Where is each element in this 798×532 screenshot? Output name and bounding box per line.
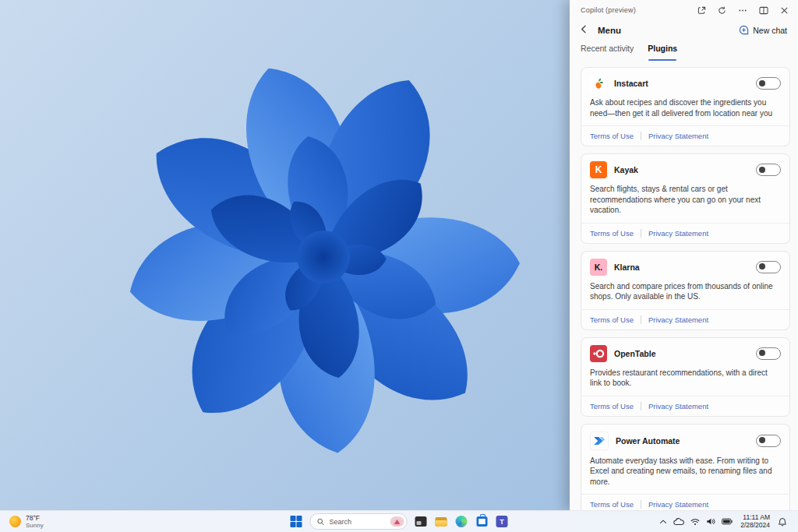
wifi-icon[interactable]: [690, 518, 700, 526]
terms-of-use-link[interactable]: Terms of Use: [590, 132, 634, 140]
search-icon: [317, 518, 325, 526]
new-chat-label: New chat: [753, 26, 787, 35]
plugin-card-instacart: Instacart Ask about recipes and discover…: [581, 67, 790, 146]
taskbar-center: Search T: [290, 513, 509, 530]
file-explorer-icon: [436, 517, 447, 527]
task-view-button[interactable]: [415, 515, 428, 528]
task-view-icon: [415, 516, 427, 527]
terms-of-use-link[interactable]: Terms of Use: [590, 500, 634, 509]
plugin-description: Search and compare prices from thousands…: [581, 278, 789, 309]
weather-widget[interactable]: 78°F Sunny: [5, 513, 48, 531]
privacy-statement-link[interactable]: Privacy Statement: [648, 229, 708, 238]
plugin-description: Search flights, stays & rental cars or g…: [581, 181, 789, 223]
file-explorer-button[interactable]: [435, 515, 448, 528]
power-automate-logo-icon: [590, 432, 609, 450]
split-view-icon[interactable]: [759, 6, 768, 15]
link-divider: [641, 132, 641, 140]
plugin-name: Kayak: [614, 165, 638, 174]
plugin-toggle[interactable]: [756, 77, 781, 90]
plugin-description: Automate everyday tasks with ease. From …: [581, 453, 789, 495]
plugin-toggle[interactable]: [756, 261, 781, 273]
edge-icon: [456, 516, 468, 527]
panel-titlebar: Copilot (preview): [570, 0, 798, 20]
copilot-panel: Copilot (preview) Menu New chat Recent a…: [570, 0, 798, 511]
plugin-toggle[interactable]: [756, 435, 781, 447]
volume-icon[interactable]: [706, 517, 715, 526]
taskbar: 78°F Sunny Search T 11:11 AM 2/28/2024: [0, 510, 798, 532]
privacy-statement-link[interactable]: Privacy Statement: [648, 315, 708, 324]
plugin-card-opentable: OpenTable Provides restaurant recommenda…: [581, 337, 790, 417]
teams-button[interactable]: T: [496, 515, 509, 528]
link-divider: [641, 402, 641, 410]
panel-header: Menu New chat: [570, 20, 798, 41]
sun-icon: [9, 516, 21, 527]
more-options-icon[interactable]: [738, 6, 747, 15]
notification-bell-icon[interactable]: [778, 517, 787, 527]
windows-logo-icon: [290, 516, 302, 528]
new-chat-icon: [739, 25, 749, 37]
new-chat-button[interactable]: New chat: [739, 25, 787, 37]
plugin-toggle[interactable]: [756, 164, 781, 176]
opentable-logo-icon: [590, 345, 607, 362]
kayak-logo-icon: K: [590, 161, 607, 178]
search-box[interactable]: Search: [310, 513, 408, 530]
tab-bar: Recent activity Plugins: [570, 41, 798, 61]
plugin-name: Instacart: [614, 79, 648, 88]
edge-button[interactable]: [455, 515, 468, 528]
instacart-carrot-icon: [590, 75, 607, 92]
plugin-card-kayak: K Kayak Search flights, stays & rental c…: [581, 153, 790, 244]
plugin-name: Power Automate: [616, 436, 680, 446]
weather-temperature: 78°F: [26, 514, 44, 522]
back-chevron-icon[interactable]: [581, 25, 590, 36]
privacy-statement-link[interactable]: Privacy Statement: [648, 132, 708, 140]
battery-icon[interactable]: [722, 518, 733, 525]
panel-title: Copilot (preview): [581, 6, 636, 14]
plugin-list: Instacart Ask about recipes and discover…: [570, 61, 798, 511]
tab-recent-activity[interactable]: Recent activity: [581, 44, 634, 61]
search-placeholder: Search: [330, 518, 386, 526]
onedrive-cloud-icon[interactable]: [673, 518, 684, 526]
terms-of-use-link[interactable]: Terms of Use: [590, 402, 634, 410]
link-divider: [641, 229, 641, 238]
microsoft-store-button[interactable]: [475, 515, 489, 528]
close-icon[interactable]: [780, 6, 789, 15]
privacy-statement-link[interactable]: Privacy Statement: [648, 402, 708, 410]
plugin-toggle[interactable]: [756, 347, 781, 360]
search-highlight-image: [390, 516, 404, 527]
start-button[interactable]: [290, 515, 303, 528]
plugin-description: Ask about recipes and discover the ingre…: [581, 94, 789, 125]
plugin-card-power-automate: Power Automate Automate everyday tasks w…: [581, 424, 790, 512]
plugin-name: OpenTable: [614, 349, 655, 358]
plugin-card-klarna: K. Klarna Search and compare prices from…: [581, 251, 790, 330]
clock-date: 2/28/2024: [740, 522, 770, 530]
link-divider: [641, 500, 641, 509]
plugin-name: Klarna: [614, 262, 640, 272]
weather-condition: Sunny: [26, 522, 44, 530]
refresh-icon[interactable]: [718, 6, 726, 15]
terms-of-use-link[interactable]: Terms of Use: [590, 315, 634, 324]
microsoft-store-icon: [476, 516, 487, 527]
klarna-logo-icon: K.: [590, 259, 607, 276]
page-title: Menu: [598, 26, 621, 35]
hidden-icons-chevron-icon[interactable]: [659, 519, 667, 525]
plugin-description: Provides restaurant recommendations, wit…: [581, 365, 789, 396]
link-divider: [641, 315, 641, 324]
system-tray: 11:11 AM 2/28/2024: [659, 514, 793, 529]
teams-icon: T: [496, 516, 508, 527]
terms-of-use-link[interactable]: Terms of Use: [590, 229, 634, 238]
clock[interactable]: 11:11 AM 2/28/2024: [739, 514, 772, 529]
tab-plugins[interactable]: Plugins: [648, 44, 677, 61]
open-in-new-window-icon[interactable]: [697, 6, 706, 15]
privacy-statement-link[interactable]: Privacy Statement: [648, 500, 708, 509]
